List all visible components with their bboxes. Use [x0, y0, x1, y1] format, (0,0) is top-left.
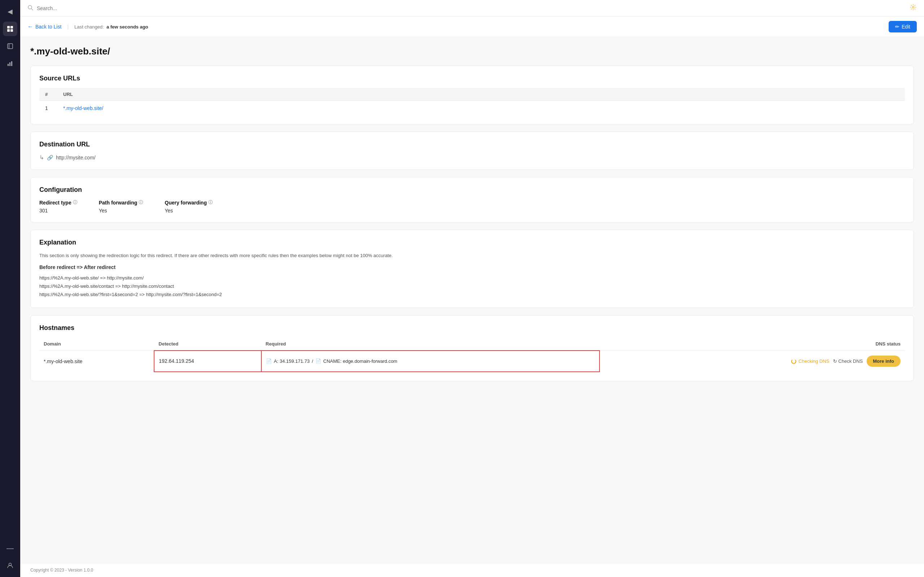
destination-url-value: http://mysite.com/: [56, 155, 96, 161]
back-arrow-icon: ←: [27, 23, 33, 30]
row-num: 1: [39, 101, 57, 116]
footer-text: Copyright © 2023 - Version 1.0.0: [30, 567, 93, 573]
hostname-detected: 192.64.119.254: [154, 351, 261, 372]
col-header-dns-status: DNS status: [621, 338, 905, 351]
config-redirect-type: Redirect type ⓘ 301: [39, 200, 77, 213]
config-path-forwarding: Path forwarding ⓘ Yes: [99, 200, 143, 213]
path-forwarding-value: Yes: [99, 208, 143, 213]
hostnames-title: Hostnames: [39, 324, 905, 332]
source-url-link[interactable]: *.my-old-web.site/: [63, 105, 103, 111]
configuration-title: Configuration: [39, 186, 905, 193]
hostname-row: *.my-old-web.site 192.64.119.254 📄 A: 34…: [39, 351, 905, 372]
explanation-card: Explanation This section is only showing…: [30, 230, 914, 308]
configuration-card: Configuration Redirect type ⓘ 301 Path f…: [30, 177, 914, 222]
svg-rect-1: [10, 26, 13, 29]
config-query-forwarding: Query forwarding ⓘ Yes: [165, 200, 213, 213]
copy-cname-icon[interactable]: 📄: [315, 358, 321, 364]
path-forwarding-info-icon[interactable]: ⓘ: [139, 200, 143, 206]
destination-url-row: ↳ 🔗 http://mysite.com/: [39, 154, 905, 161]
refresh-icon: ↻: [833, 358, 837, 364]
footer: Copyright © 2023 - Version 1.0.0: [20, 563, 924, 577]
edit-icon: ✏: [895, 24, 900, 29]
main-area: ← Back to List | Last changed: a few sec…: [20, 0, 924, 577]
edit-button[interactable]: ✏ Edit: [888, 21, 917, 32]
sidebar-bottom-user[interactable]: [3, 558, 17, 573]
sidebar-toggle[interactable]: ◀: [3, 4, 17, 19]
link-icon: 🔗: [47, 155, 53, 161]
svg-rect-0: [7, 26, 10, 29]
sidebar-bottom-minus[interactable]: —: [3, 541, 17, 555]
check-dns-button[interactable]: ↻ Check DNS: [833, 358, 863, 364]
destination-url-card: Destination URL ↳ 🔗 http://mysite.com/: [30, 132, 914, 170]
back-to-list-button[interactable]: ← Back to List: [27, 23, 61, 30]
col-header-detected: Detected: [154, 338, 261, 351]
explanation-title: Explanation: [39, 239, 905, 246]
hostnames-card: Hostnames Domain Detected Required DNS s…: [30, 315, 914, 382]
last-changed-text: Last changed: a few seconds ago: [74, 24, 149, 29]
explanation-description: This section is only showing the redirec…: [39, 252, 905, 259]
redirect-arrow-icon: ↳: [39, 154, 44, 161]
hostname-domain: *.my-old-web.site: [39, 351, 154, 372]
hostname-required: 📄 A: 34.159.171.73 / 📄 CNAME: edge.domai…: [261, 351, 599, 372]
svg-rect-8: [11, 61, 12, 66]
example-1: https://%2A.my-old-web.site/ => http://m…: [39, 274, 905, 282]
sidebar-item-grid[interactable]: [3, 22, 17, 36]
col-header-url: URL: [57, 88, 905, 101]
sidebar: ◀ —: [0, 0, 20, 577]
page-title: *.my-old-web.site/: [30, 46, 914, 57]
search-bar: [20, 0, 924, 16]
settings-icon[interactable]: [909, 3, 917, 13]
source-urls-table: # URL 1 *.my-old-web.site/: [39, 88, 905, 115]
dns-status-cell: Checking DNS ↻ Check DNS More info: [621, 351, 905, 372]
col-header-domain: Domain: [39, 338, 154, 351]
svg-line-11: [31, 9, 33, 10]
required-cname-value: CNAME: edge.domain-forward.com: [323, 358, 397, 364]
sidebar-item-chart[interactable]: [3, 56, 17, 71]
redirect-type-value: 301: [39, 208, 77, 213]
dns-actions: Checking DNS ↻ Check DNS More info: [625, 356, 901, 367]
col-header-required: Required: [261, 338, 599, 351]
svg-rect-3: [10, 29, 13, 32]
example-3: https://%2A.my-old-web.site/?first=1&sec…: [39, 290, 905, 298]
svg-rect-2: [7, 29, 10, 32]
more-info-button[interactable]: More info: [867, 356, 901, 367]
source-urls-title: Source URLs: [39, 75, 905, 82]
query-forwarding-value: Yes: [165, 208, 213, 213]
config-grid: Redirect type ⓘ 301 Path forwarding ⓘ Ye…: [39, 200, 905, 213]
redirect-type-info-icon[interactable]: ⓘ: [73, 200, 77, 206]
copy-a-record-icon[interactable]: 📄: [266, 358, 272, 364]
before-after-title: Before redirect => After redirect: [39, 264, 905, 270]
content-area: *.my-old-web.site/ Source URLs # URL 1 *…: [20, 37, 924, 563]
source-urls-card: Source URLs # URL 1 *.my-old-web.site/: [30, 66, 914, 124]
row-url: *.my-old-web.site/: [57, 101, 905, 116]
redirect-examples: https://%2A.my-old-web.site/ => http://m…: [39, 274, 905, 299]
query-forwarding-info-icon[interactable]: ⓘ: [208, 200, 213, 206]
hostnames-table: Domain Detected Required DNS status *.my…: [39, 338, 905, 372]
svg-point-12: [913, 6, 914, 8]
destination-url-title: Destination URL: [39, 141, 905, 148]
nav-bar: ← Back to List | Last changed: a few sec…: [20, 16, 924, 37]
table-row: 1 *.my-old-web.site/: [39, 101, 905, 116]
example-2: https://%2A.my-old-web.site/contact => h…: [39, 282, 905, 290]
col-header-hash: #: [39, 88, 57, 101]
required-a-value: A: 34.159.171.73: [274, 358, 310, 364]
checking-dns-status: Checking DNS: [791, 358, 829, 364]
svg-rect-7: [10, 62, 10, 66]
checking-spinner: [791, 359, 796, 364]
search-input[interactable]: [37, 5, 906, 11]
sidebar-item-book[interactable]: [3, 39, 17, 53]
svg-rect-4: [8, 44, 13, 49]
search-icon: [27, 5, 33, 12]
svg-rect-6: [8, 64, 9, 66]
